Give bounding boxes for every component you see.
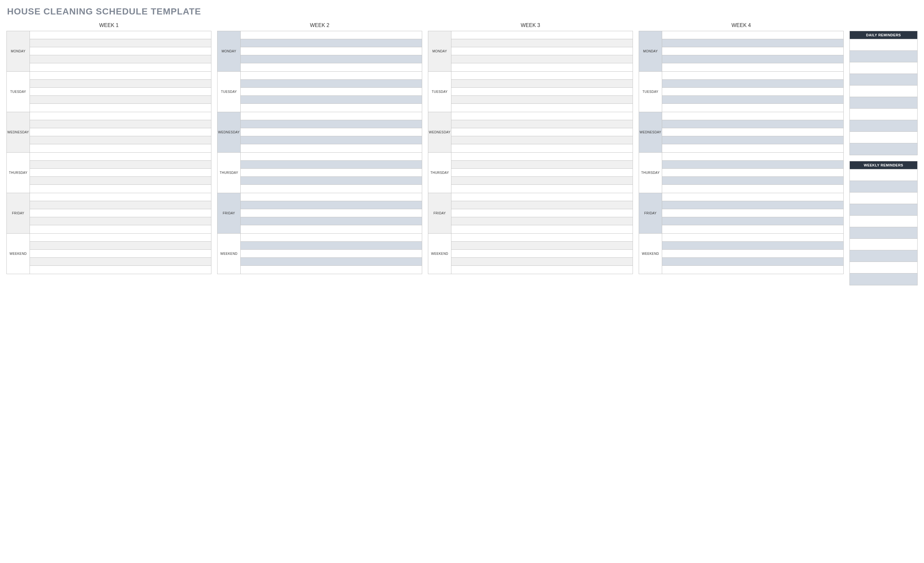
- task-row[interactable]: [662, 136, 843, 144]
- task-row[interactable]: [452, 250, 633, 258]
- task-row[interactable]: [30, 96, 211, 104]
- task-row[interactable]: [662, 128, 843, 136]
- task-row[interactable]: [662, 31, 843, 39]
- reminder-row[interactable]: [850, 273, 917, 285]
- task-row[interactable]: [241, 144, 422, 152]
- task-row[interactable]: [452, 96, 633, 104]
- reminder-row[interactable]: [850, 120, 917, 132]
- task-row[interactable]: [241, 153, 422, 161]
- reminder-row[interactable]: [850, 62, 917, 74]
- task-row[interactable]: [241, 193, 422, 201]
- task-row[interactable]: [662, 112, 843, 120]
- reminder-row[interactable]: [850, 74, 917, 86]
- reminder-row[interactable]: [850, 39, 917, 51]
- task-row[interactable]: [241, 177, 422, 185]
- task-row[interactable]: [241, 136, 422, 144]
- reminder-row[interactable]: [850, 143, 917, 155]
- task-row[interactable]: [241, 225, 422, 233]
- task-row[interactable]: [662, 96, 843, 104]
- task-row[interactable]: [241, 185, 422, 193]
- task-row[interactable]: [30, 72, 211, 80]
- reminder-row[interactable]: [850, 239, 917, 250]
- task-row[interactable]: [452, 55, 633, 63]
- task-row[interactable]: [452, 88, 633, 96]
- task-row[interactable]: [662, 177, 843, 185]
- task-row[interactable]: [452, 63, 633, 71]
- task-row[interactable]: [662, 144, 843, 152]
- task-row[interactable]: [30, 80, 211, 88]
- task-row[interactable]: [30, 258, 211, 266]
- task-row[interactable]: [662, 39, 843, 47]
- task-row[interactable]: [30, 250, 211, 258]
- task-row[interactable]: [662, 217, 843, 225]
- task-row[interactable]: [452, 80, 633, 88]
- reminder-row[interactable]: [850, 169, 917, 181]
- task-row[interactable]: [662, 104, 843, 112]
- task-row[interactable]: [452, 161, 633, 169]
- reminder-row[interactable]: [850, 132, 917, 143]
- reminder-row[interactable]: [850, 86, 917, 97]
- task-row[interactable]: [452, 120, 633, 128]
- reminder-row[interactable]: [850, 181, 917, 192]
- task-row[interactable]: [662, 209, 843, 217]
- task-row[interactable]: [30, 193, 211, 201]
- task-row[interactable]: [662, 88, 843, 96]
- task-row[interactable]: [662, 63, 843, 71]
- reminder-row[interactable]: [850, 109, 917, 120]
- task-row[interactable]: [241, 72, 422, 80]
- task-row[interactable]: [452, 258, 633, 266]
- task-row[interactable]: [30, 153, 211, 161]
- task-row[interactable]: [241, 88, 422, 96]
- task-row[interactable]: [452, 39, 633, 47]
- task-row[interactable]: [662, 185, 843, 193]
- task-row[interactable]: [662, 242, 843, 250]
- task-row[interactable]: [662, 258, 843, 266]
- task-row[interactable]: [452, 217, 633, 225]
- task-row[interactable]: [662, 120, 843, 128]
- task-row[interactable]: [241, 96, 422, 104]
- reminder-row[interactable]: [850, 97, 917, 109]
- task-row[interactable]: [662, 55, 843, 63]
- task-row[interactable]: [30, 161, 211, 169]
- reminder-row[interactable]: [850, 227, 917, 239]
- task-row[interactable]: [452, 266, 633, 274]
- task-row[interactable]: [30, 169, 211, 177]
- task-row[interactable]: [30, 209, 211, 217]
- task-row[interactable]: [241, 104, 422, 112]
- task-row[interactable]: [452, 242, 633, 250]
- task-row[interactable]: [30, 144, 211, 152]
- task-row[interactable]: [241, 209, 422, 217]
- task-row[interactable]: [30, 39, 211, 47]
- task-row[interactable]: [241, 201, 422, 209]
- task-row[interactable]: [662, 47, 843, 55]
- task-row[interactable]: [241, 112, 422, 120]
- task-row[interactable]: [662, 201, 843, 209]
- task-row[interactable]: [241, 250, 422, 258]
- task-row[interactable]: [452, 209, 633, 217]
- task-row[interactable]: [30, 225, 211, 233]
- task-row[interactable]: [30, 63, 211, 71]
- task-row[interactable]: [30, 47, 211, 55]
- task-row[interactable]: [452, 47, 633, 55]
- reminder-row[interactable]: [850, 216, 917, 227]
- task-row[interactable]: [662, 250, 843, 258]
- task-row[interactable]: [30, 242, 211, 250]
- task-row[interactable]: [241, 161, 422, 169]
- task-row[interactable]: [452, 177, 633, 185]
- task-row[interactable]: [452, 193, 633, 201]
- task-row[interactable]: [452, 169, 633, 177]
- task-row[interactable]: [452, 144, 633, 152]
- task-row[interactable]: [30, 234, 211, 242]
- task-row[interactable]: [30, 185, 211, 193]
- task-row[interactable]: [662, 225, 843, 233]
- task-row[interactable]: [30, 266, 211, 274]
- task-row[interactable]: [662, 169, 843, 177]
- task-row[interactable]: [30, 177, 211, 185]
- task-row[interactable]: [452, 234, 633, 242]
- task-row[interactable]: [452, 201, 633, 209]
- task-row[interactable]: [30, 120, 211, 128]
- task-row[interactable]: [662, 193, 843, 201]
- task-row[interactable]: [30, 104, 211, 112]
- reminder-row[interactable]: [850, 192, 917, 204]
- task-row[interactable]: [30, 128, 211, 136]
